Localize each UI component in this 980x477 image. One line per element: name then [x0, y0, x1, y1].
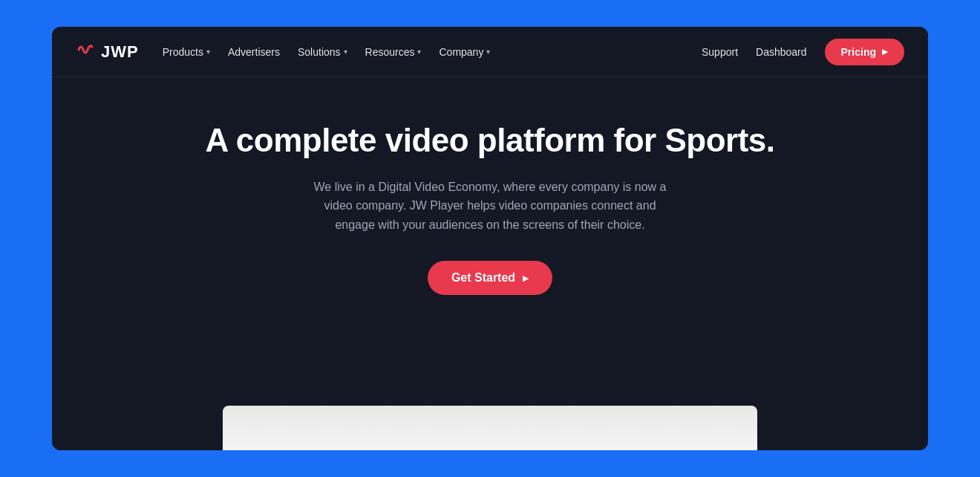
- nav-solutions[interactable]: Solutions ▾: [298, 46, 347, 58]
- nav-products[interactable]: Products ▾: [163, 46, 210, 58]
- get-started-label: Get Started: [451, 271, 515, 285]
- nav-resources[interactable]: Resources ▾: [365, 46, 422, 58]
- nav-resources-label: Resources: [365, 46, 415, 58]
- nav-advertisers-label: Advertisers: [228, 46, 280, 58]
- logo[interactable]: JWP: [76, 39, 139, 64]
- nav-products-label: Products: [163, 46, 203, 58]
- nav-company[interactable]: Company ▾: [439, 46, 490, 58]
- hero-subtitle: We live in a Digital Video Economy, wher…: [312, 178, 668, 235]
- nav-solutions-label: Solutions: [298, 46, 341, 58]
- chevron-down-icon: ▾: [417, 48, 421, 56]
- video-preview: [223, 406, 757, 450]
- page-wrapper: JWP Products ▾ Advertisers Solutions ▾: [0, 0, 980, 477]
- hero-section: A complete video platform for Sports. We…: [52, 77, 928, 450]
- hero-title: A complete video platform for Sports.: [205, 122, 774, 160]
- pricing-button[interactable]: Pricing ▶: [825, 39, 904, 65]
- nav-dashboard[interactable]: Dashboard: [756, 46, 807, 58]
- navbar: JWP Products ▾ Advertisers Solutions ▾: [52, 27, 928, 77]
- pricing-button-label: Pricing: [841, 46, 876, 58]
- logo-icon: [76, 39, 97, 64]
- browser-window: JWP Products ▾ Advertisers Solutions ▾: [52, 27, 928, 450]
- navbar-right: Support Dashboard Pricing ▶: [702, 39, 904, 65]
- nav-company-label: Company: [439, 46, 483, 58]
- navbar-left: JWP Products ▾ Advertisers Solutions ▾: [76, 39, 490, 64]
- chevron-down-icon: ▾: [486, 48, 490, 56]
- chevron-down-icon: ▾: [206, 48, 210, 56]
- chevron-down-icon: ▾: [344, 48, 347, 56]
- nav-links: Products ▾ Advertisers Solutions ▾ Resou…: [163, 46, 491, 58]
- get-started-button[interactable]: Get Started ▶: [428, 261, 552, 295]
- play-icon: ▶: [882, 48, 888, 56]
- play-icon: ▶: [523, 274, 529, 282]
- logo-text: JWP: [101, 42, 139, 62]
- nav-advertisers[interactable]: Advertisers: [228, 46, 280, 58]
- nav-support[interactable]: Support: [702, 46, 738, 58]
